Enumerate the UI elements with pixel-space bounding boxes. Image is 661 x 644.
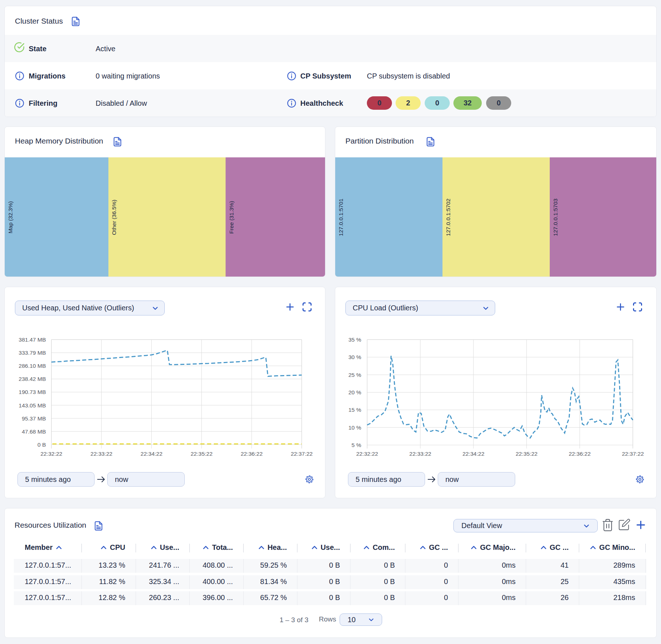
svg-text:10 %: 10 % [348,424,361,431]
svg-text:143.05 MB: 143.05 MB [19,402,46,408]
svg-text:30 %: 30 % [348,354,361,360]
svg-text:22:37:22: 22:37:22 [291,451,313,457]
svg-text:127.0.0.1:5702: 127.0.0.1:5702 [445,198,451,236]
svg-text:22:36:22: 22:36:22 [241,451,263,457]
svg-text:238.42 MB: 238.42 MB [19,376,46,382]
svg-text:22:33:22: 22:33:22 [409,451,431,457]
svg-text:22:35:22: 22:35:22 [191,451,212,457]
svg-text:25 %: 25 % [348,372,361,378]
svg-text:22:32:22: 22:32:22 [40,451,62,457]
svg-text:0 B: 0 B [37,442,46,448]
svg-text:22:34:22: 22:34:22 [141,451,163,457]
svg-text:286.10 MB: 286.10 MB [19,363,46,369]
svg-text:22:32:22: 22:32:22 [356,451,378,457]
svg-text:22:35:22: 22:35:22 [516,451,537,457]
svg-text:20 %: 20 % [348,389,361,395]
svg-text:333.79 MB: 333.79 MB [19,350,46,356]
svg-text:Map (32.3%): Map (32.3%) [7,201,13,234]
svg-text:22:34:22: 22:34:22 [462,451,484,457]
svg-text:22:33:22: 22:33:22 [91,451,112,457]
svg-text:127.0.0.1:5703: 127.0.0.1:5703 [552,198,558,236]
svg-text:47.68 MB: 47.68 MB [22,428,46,435]
svg-text:15 %: 15 % [348,407,361,413]
svg-text:35 %: 35 % [348,337,361,343]
svg-text:5 %: 5 % [352,442,361,448]
svg-text:95.37 MB: 95.37 MB [22,415,46,422]
svg-text:22:37:22: 22:37:22 [622,451,644,457]
svg-text:22:36:22: 22:36:22 [569,451,590,457]
svg-text:Free (31.3%): Free (31.3%) [228,201,235,234]
svg-text:127.0.0.1:5701: 127.0.0.1:5701 [338,198,344,236]
svg-text:190.73 MB: 190.73 MB [19,389,46,395]
svg-text:381.47 MB: 381.47 MB [19,337,46,343]
svg-text:Other (36.5%): Other (36.5%) [111,200,117,235]
